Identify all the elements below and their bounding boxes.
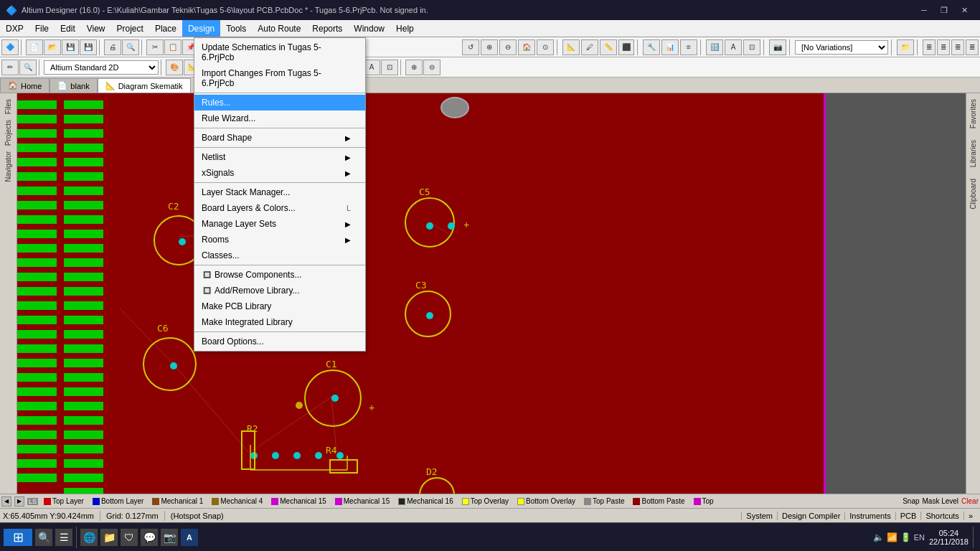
- menu-item-help[interactable]: Help: [390, 20, 420, 37]
- tb-r12[interactable]: ≡: [680, 39, 697, 55]
- tb-r7[interactable]: 🖊: [581, 39, 598, 55]
- tb-r4[interactable]: 🏠: [518, 39, 535, 55]
- menu-rules[interactable]: Rules...: [194, 95, 365, 110]
- menu-item-autoroute[interactable]: Auto Route: [252, 20, 306, 37]
- sidebar-label-navigator[interactable]: Navigator: [4, 151, 12, 182]
- clear-label[interactable]: Clear: [961, 497, 979, 505]
- menu-item-file[interactable]: File: [29, 20, 55, 37]
- menu-item-reports[interactable]: Reports: [306, 20, 348, 37]
- menu-item-window[interactable]: Window: [348, 20, 390, 37]
- tb-preview[interactable]: 🔍: [122, 39, 139, 55]
- menu-manage-layers[interactable]: Manage Layer Sets ▶: [194, 216, 365, 232]
- tb-r21[interactable]: ≣: [966, 39, 979, 55]
- layer-mech4[interactable]: Mechanical 4: [209, 496, 265, 506]
- menu-rooms[interactable]: Rooms ▶: [194, 232, 365, 248]
- status-system[interactable]: System: [741, 512, 777, 520]
- tb2-2[interactable]: 🔍: [19, 60, 37, 75]
- layer-prev[interactable]: ◀: [1, 496, 11, 507]
- sidebar-label-files[interactable]: Files: [4, 99, 12, 114]
- start-button[interactable]: ⊞: [4, 529, 32, 546]
- menu-board-layers[interactable]: Board Layers & Colors... L: [194, 200, 365, 216]
- layer-bottom[interactable]: Bottom Layer: [90, 496, 146, 506]
- layer-top[interactable]: Top Layer: [41, 496, 87, 506]
- tb2-17[interactable]: ⊖: [423, 60, 440, 75]
- tb-r17[interactable]: 📁: [897, 39, 914, 55]
- tb-r3[interactable]: ⊖: [499, 39, 517, 55]
- tb-dxp[interactable]: 🔷: [1, 39, 19, 55]
- close-button[interactable]: ✕: [954, 3, 974, 17]
- status-shortcuts[interactable]: Shortcuts: [920, 512, 963, 520]
- menu-rule-wizard[interactable]: Rule Wizard...: [194, 110, 365, 126]
- menu-browse-components[interactable]: 🔲 Browse Components...: [194, 267, 365, 283]
- menu-make-pcb-library[interactable]: Make PCB Library: [194, 298, 365, 314]
- app-store[interactable]: 💬: [141, 529, 158, 546]
- menu-item-edit[interactable]: Edit: [55, 20, 81, 37]
- tb2-16[interactable]: ⊕: [405, 60, 423, 75]
- app-explorer[interactable]: 📁: [100, 529, 118, 546]
- menu-board-options[interactable]: Board Options...: [194, 334, 365, 349]
- tb-r19[interactable]: ≣: [937, 39, 950, 55]
- menu-item-view[interactable]: View: [81, 20, 111, 37]
- menu-update-schematics[interactable]: Update Schematics in Tugas 5-6.PrjPcb: [194, 39, 365, 65]
- layer-bottom-paste[interactable]: Bottom Paste: [630, 496, 687, 506]
- tab-home[interactable]: 🏠Home: [0, 78, 50, 93]
- status-design-compiler[interactable]: Design Compiler: [777, 512, 844, 520]
- tb-save[interactable]: 💾: [62, 39, 79, 55]
- layer-mech15b[interactable]: Mechanical 15: [332, 496, 392, 506]
- menu-item-place[interactable]: Place: [149, 20, 182, 37]
- layer-top-overlay[interactable]: Top Overlay: [459, 496, 512, 506]
- tb2-1[interactable]: ✏: [1, 60, 19, 75]
- tb-r6[interactable]: 📐: [562, 39, 580, 55]
- tb-r10[interactable]: 🔧: [643, 39, 660, 55]
- menu-item-design[interactable]: Design: [182, 20, 220, 37]
- view-style-combo[interactable]: Altium Standard 2D: [44, 60, 159, 75]
- status-pcb[interactable]: PCB: [895, 512, 921, 520]
- tb2-3[interactable]: 🎨: [166, 60, 183, 75]
- sidebar-label-favorites[interactable]: Favorites: [969, 99, 977, 128]
- layer-mech1[interactable]: Mechanical 1: [149, 496, 206, 506]
- app-security[interactable]: 🛡: [121, 529, 138, 546]
- lang-icon[interactable]: EN: [914, 533, 925, 542]
- menu-netlist[interactable]: Netlist ▶: [194, 149, 365, 165]
- clock[interactable]: 05:24 22/11/2018: [929, 529, 969, 546]
- tab-diagram[interactable]: 📐Diagram Skematik: [98, 78, 191, 93]
- tb-r5[interactable]: ⊙: [537, 39, 554, 55]
- tb-r8[interactable]: 📏: [600, 39, 617, 55]
- menu-board-shape[interactable]: Board Shape ▶: [194, 130, 365, 146]
- layer-bottom-overlay[interactable]: Bottom Overlay: [514, 496, 578, 506]
- app-edge[interactable]: 🌐: [80, 529, 98, 546]
- tb-new[interactable]: 📄: [26, 39, 43, 55]
- search-button[interactable]: 🔍: [35, 529, 52, 546]
- variations-combo[interactable]: [No Variations]: [795, 40, 888, 55]
- notif-icon1[interactable]: 🔈: [873, 532, 884, 542]
- menu-xsignals[interactable]: xSignals ▶: [194, 165, 365, 181]
- tb-r9[interactable]: ⬛: [618, 39, 634, 55]
- menu-layer-stack[interactable]: Layer Stack Manager...: [194, 184, 365, 200]
- menu-item-project[interactable]: Project: [111, 20, 149, 37]
- sidebar-label-projects[interactable]: Projects: [4, 120, 12, 146]
- tb-r20[interactable]: ≣: [951, 39, 964, 55]
- tb-print[interactable]: 🖨: [104, 39, 121, 55]
- tb-r1[interactable]: ↺: [462, 39, 479, 55]
- menu-item-tools[interactable]: Tools: [220, 20, 252, 37]
- tb-r2[interactable]: ⊕: [481, 39, 498, 55]
- tb-save-all[interactable]: 💾: [80, 39, 97, 55]
- tb-r18[interactable]: ≣: [923, 39, 936, 55]
- layer-top-short[interactable]: Top: [691, 496, 717, 506]
- tab-blank[interactable]: 📄blank: [50, 78, 97, 93]
- status-more[interactable]: »: [963, 512, 977, 520]
- show-desktop[interactable]: [973, 527, 977, 548]
- battery-icon[interactable]: 🔋: [900, 532, 911, 542]
- taskview-button[interactable]: ☰: [55, 529, 72, 546]
- app-altium[interactable]: A: [181, 529, 198, 546]
- menu-import-changes[interactable]: Import Changes From Tugas 5-6.PrjPcb: [194, 65, 365, 91]
- layer-top-paste[interactable]: Top Paste: [581, 496, 627, 506]
- tb-copy[interactable]: 📋: [164, 39, 182, 55]
- app-photos[interactable]: 📷: [161, 529, 178, 546]
- restore-button[interactable]: ❒: [934, 3, 954, 17]
- layer-mech15[interactable]: Mechanical 15: [268, 496, 329, 506]
- tb-r14[interactable]: A: [725, 39, 742, 55]
- tb-r13[interactable]: 🔠: [706, 39, 723, 55]
- menu-add-remove-library[interactable]: 🔲 Add/Remove Library...: [194, 283, 365, 298]
- menu-make-integrated[interactable]: Make Integrated Library: [194, 314, 365, 330]
